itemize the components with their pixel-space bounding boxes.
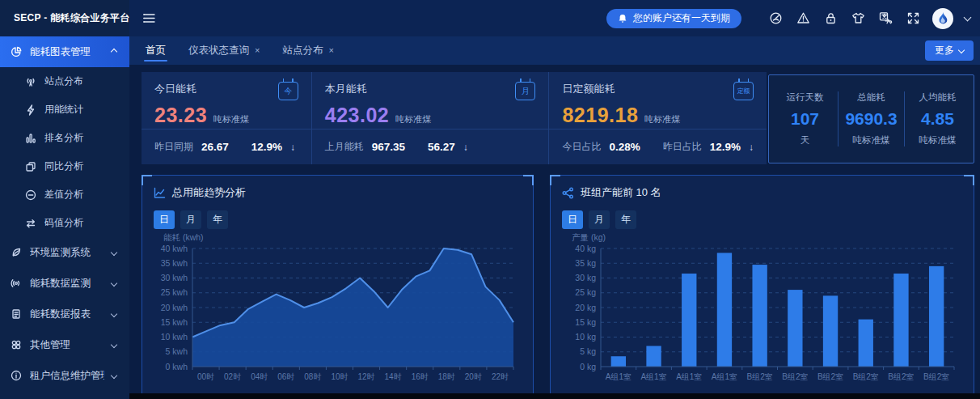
chevron-down-icon xyxy=(111,249,117,256)
calendar-today-icon: 今 xyxy=(278,82,298,100)
toggle-day[interactable]: 日 xyxy=(154,210,175,229)
svg-text:A组1室: A组1室 xyxy=(712,372,737,381)
chevron-down-icon[interactable] xyxy=(964,13,972,21)
svg-text:18时: 18时 xyxy=(438,372,455,381)
sidebar-item-label: 能耗图表管理 xyxy=(30,45,104,59)
svg-text:B组2室: B组2室 xyxy=(923,372,949,381)
toggle-day[interactable]: 日 xyxy=(562,210,583,229)
close-icon[interactable]: × xyxy=(328,46,333,55)
tab-meter-status-query[interactable]: 仪表状态查询 × xyxy=(188,36,260,65)
sidebar-item-environment-monitoring[interactable]: 环境监测系统 xyxy=(0,237,129,268)
trend-down-icon: ↓ xyxy=(290,142,295,153)
grid-icon xyxy=(10,338,23,351)
app-window: SECP - 能耗综合业务平台 能耗图表管理 站点分布 用能统计 排名 xyxy=(0,0,980,399)
foot-value: 12.9% xyxy=(710,141,741,153)
panel-title: 总用能趋势分析 xyxy=(172,185,246,200)
stat-title: 今日能耗 xyxy=(154,82,298,96)
svg-text:0 kwh: 0 kwh xyxy=(166,362,188,371)
sidebar-item-other-management[interactable]: 其他管理 xyxy=(0,329,129,360)
svg-text:B组2室: B组2室 xyxy=(817,372,843,381)
signal-icon xyxy=(10,277,23,290)
sidebar-item-energy-data-reports[interactable]: 能耗数据报表 xyxy=(0,299,129,329)
svg-text:16时: 16时 xyxy=(412,372,429,381)
team-capacity-chart: 0 kg5 kg10 kg15 kg20 kg25 kg30 kg35 kg40… xyxy=(560,232,964,388)
stat-value: 8219.18 xyxy=(562,104,638,127)
calendar-quota-icon: 定额 xyxy=(733,82,754,100)
toggle-month[interactable]: 月 xyxy=(589,210,610,229)
report-icon xyxy=(10,308,23,320)
sidebar-subitem-site-distribution[interactable]: 站点分布 xyxy=(0,67,129,96)
svg-text:B组2室: B组2室 xyxy=(888,372,914,381)
brand: SECP - 能耗综合业务平台 xyxy=(0,0,129,36)
app-title: SECP - 能耗综合业务平台 xyxy=(14,11,130,25)
sidebar-subitem-ranking-analysis[interactable]: 排名分析 xyxy=(0,124,129,152)
share-network-icon xyxy=(562,187,574,199)
panel-title: 班组产能前 10 名 xyxy=(581,185,661,200)
chevron-down-icon xyxy=(958,46,965,53)
sidebar: SECP - 能耗综合业务平台 能耗图表管理 站点分布 用能统计 排名 xyxy=(0,0,129,399)
toggle-month[interactable]: 月 xyxy=(180,210,201,229)
summary-panel: 运行天数 107 天 总能耗 9690.3 吨标准煤 人均能耗 4.85 吨标准… xyxy=(768,74,974,163)
tab-bar: 首页 仪表状态查询 × 站点分布 × 更多 xyxy=(129,36,980,65)
team-capacity-panel: 班组产能前 10 名 日 月 年 0 kg5 kg10 kg15 kg20 kg… xyxy=(550,175,974,395)
account-expiry-notice[interactable]: 您的账户还有一天到期 xyxy=(606,9,741,28)
foot-label: 今日占比 xyxy=(562,140,601,154)
lock-icon[interactable] xyxy=(822,11,838,27)
svg-text:35 kwh: 35 kwh xyxy=(161,258,188,268)
sidebar-subitem-difference-analysis[interactable]: 差值分析 xyxy=(0,180,129,209)
fullscreen-icon[interactable] xyxy=(905,11,921,27)
foot-value: 56.27 xyxy=(428,141,455,153)
alert-triangle-icon[interactable] xyxy=(795,11,811,27)
svg-text:04时: 04时 xyxy=(251,372,268,381)
svg-text:02时: 02时 xyxy=(224,372,241,381)
stat-card-daily-quota-energy: 日定额能耗 定额 8219.18 吨标准煤 今日占比 0.28% 昨日占比 12… xyxy=(549,72,767,164)
svg-text:25 kwh: 25 kwh xyxy=(161,287,188,297)
toggle-year[interactable]: 年 xyxy=(615,210,636,229)
svg-text:10时: 10时 xyxy=(331,372,348,381)
user-avatar[interactable] xyxy=(932,8,953,29)
sidebar-subitem-energy-usage-stats[interactable]: 用能统计 xyxy=(0,96,129,124)
pie-chart-icon xyxy=(10,45,23,58)
sidebar-subitem-yoy-analysis[interactable]: 同比分析 xyxy=(0,152,129,180)
minus-circle-icon xyxy=(24,189,37,202)
svg-text:5 kg: 5 kg xyxy=(580,346,596,356)
sidebar-subitem-code-value-analysis[interactable]: 码值分析 xyxy=(0,209,129,237)
chevron-up-icon xyxy=(111,49,117,55)
more-tabs-button[interactable]: 更多 xyxy=(925,40,974,61)
sidebar-item-tenant-info-management[interactable]: 租户信息维护管理 xyxy=(0,360,129,391)
tab-site-distribution[interactable]: 站点分布 × xyxy=(282,36,333,65)
theme-shirt-icon[interactable] xyxy=(850,11,866,27)
svg-text:00时: 00时 xyxy=(197,372,214,381)
svg-text:A组1室: A组1室 xyxy=(606,372,632,381)
svg-text:30 kg: 30 kg xyxy=(575,273,596,282)
svg-text:能耗 (kwh): 能耗 (kwh) xyxy=(163,232,204,242)
chevron-down-icon xyxy=(111,280,117,287)
stat-card-month-energy: 本月能耗 月 423.02 吨标准煤 上月能耗 967.35 56.27 ↓ xyxy=(312,72,550,164)
trend-down-icon: ↓ xyxy=(463,142,468,153)
chevron-down-icon xyxy=(111,372,117,379)
calendar-month-icon: 月 xyxy=(515,82,535,100)
leaf-icon xyxy=(10,246,23,259)
svg-text:15 kg: 15 kg xyxy=(575,317,596,327)
gauge-icon[interactable] xyxy=(767,11,784,27)
sidebar-item-energy-data-monitoring[interactable]: 能耗数据监测 xyxy=(0,268,129,299)
close-icon[interactable]: × xyxy=(255,46,260,55)
foot-label: 昨日同期 xyxy=(154,140,193,154)
toggle-year[interactable]: 年 xyxy=(207,210,228,229)
stat-value: 423.02 xyxy=(325,104,389,127)
stats-panel: 今日能耗 今 23.23 吨标准煤 昨日同期 26.67 12.9% ↓ xyxy=(142,72,767,164)
period-toggle: 日 月 年 xyxy=(142,200,533,229)
foot-value: 26.67 xyxy=(201,141,229,153)
sidebar-item-energy-chart-management[interactable]: 能耗图表管理 xyxy=(0,36,129,67)
foot-label: 昨日占比 xyxy=(663,140,702,154)
svg-text:35 kg: 35 kg xyxy=(575,258,596,268)
translate-icon[interactable] xyxy=(877,11,893,27)
copy-icon xyxy=(24,160,37,173)
period-toggle: 日 月 年 xyxy=(551,200,974,229)
svg-text:15 kwh: 15 kwh xyxy=(161,317,188,327)
tab-home[interactable]: 首页 xyxy=(146,36,166,65)
menu-collapse-icon[interactable] xyxy=(141,11,157,27)
energy-trend-panel: 总用能趋势分析 日 月 年 0 kwh5 kwh10 kwh15 kwh20 k… xyxy=(142,175,534,395)
svg-text:20 kwh: 20 kwh xyxy=(161,303,188,312)
foot-value: 12.9% xyxy=(251,141,282,153)
